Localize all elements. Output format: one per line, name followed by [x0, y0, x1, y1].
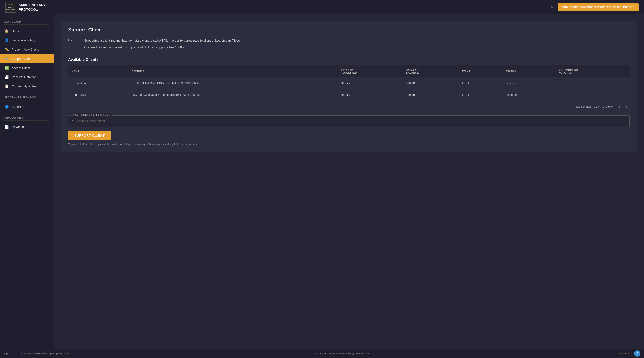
pencil-icon: ✏️ [4, 47, 9, 52]
address-input[interactable] [76, 119, 626, 123]
fab-button[interactable]: f [634, 350, 640, 357]
sidebar-item-request-datacap[interactable]: 💾 Request DataCap [0, 72, 54, 82]
col-supporting-notaries: # SUPPORTINGNOTARIES [555, 66, 630, 77]
cell-notaries-0: 2 [555, 77, 630, 89]
cell-stake-1: 1 TFIL [458, 89, 502, 100]
logo-area: SMART NOTARY PROTOCOL SMART NOTARY PROTO… [5, 2, 46, 13]
sidebar-item-support-client[interactable]: 🔧 Support Client [0, 54, 54, 63]
github-link[interactable]: Github Repo [618, 352, 632, 355]
cell-address-1: 0xC8F88030cc373F5C8ff3c10b1E8641A71E2853… [128, 89, 337, 100]
next-page-button[interactable]: › [624, 104, 630, 110]
sidebar-item-accept-client[interactable]: ✅ Accept Client [0, 63, 54, 72]
address-field-label: Filecoin address (starting with 0x...) [71, 113, 112, 116]
col-name: NAME [68, 66, 128, 77]
table-footer: Rows per page: 10 ▾ 0–0 of 0 ‹ › [68, 100, 630, 112]
sidebar-section-sponsors: SPACE WARP SPONSORS [0, 94, 54, 100]
main-content: Support Client Info Supporting a client … [54, 14, 644, 358]
sidebar-item-become-notary[interactable]: 👤 Become a notary [0, 36, 54, 45]
cell-name-1: Padel Data [68, 89, 128, 100]
spheron-icon: 🔷 [4, 105, 9, 109]
checkmark-icon: ✅ [4, 66, 9, 70]
cell-datacap-req-1: 100TiB [337, 89, 402, 100]
rows-per-page-control: Rows per page: 10 ▾ [574, 105, 599, 108]
support-client-button[interactable]: SUPPORT CLIENT [68, 130, 111, 140]
home-icon: 🏠 [4, 29, 9, 33]
support-note: You need to have TFIl in your wallet and… [68, 143, 630, 146]
sidebar-divider-1 [4, 25, 49, 25]
wallet-address-button[interactable]: 0X67E2DC0D05B00B88770273F69561C908E8D0ED… [558, 3, 639, 11]
cell-name-0: Pizza Data [68, 77, 128, 89]
clients-table: NAME ADDRESS DATACAPREQUESTED DATACAPBAL… [68, 66, 630, 100]
pagination-info: 0–0 of 0 [603, 105, 613, 108]
col-stake: STAKE [458, 66, 502, 77]
cell-stake-0: 1 TFIL [458, 77, 502, 89]
cell-status-0: accepted [502, 77, 555, 89]
sidebar-section-dashboard: DASHBOARD [0, 19, 54, 25]
disk-icon: 💾 [4, 75, 9, 79]
clipboard-icon: 📋 [4, 84, 9, 88]
main-layout: DASHBOARD 🏠 Home 👤 Become a notary ✏️ Pr… [0, 14, 644, 358]
sidebar-item-spheron[interactable]: 🔷 Spheron [0, 102, 54, 111]
cell-notaries-1: 3 [555, 89, 630, 100]
prev-page-button[interactable]: ‹ [616, 104, 622, 110]
sidebar-item-present-client[interactable]: ✏️ Present New Client [0, 45, 54, 54]
sidebar-item-community-rules[interactable]: 📋 Community Rules [0, 82, 54, 91]
chevron-down-icon: ▾ [598, 105, 600, 108]
logo-box: SMART NOTARY PROTOCOL [5, 2, 16, 13]
col-status: STATUS [502, 66, 555, 77]
sidebar-item-readme[interactable]: 📄 README [0, 122, 54, 132]
sidebar-item-home[interactable]: 🏠 Home [0, 27, 54, 36]
topbar: SMART NOTARY PROTOCOL SMART NOTARY PROTO… [0, 0, 644, 14]
sidebar-section-project: PROJECT INFO [0, 115, 54, 120]
bottom-bar: https://fvm-smart-notary-3e0e1b.spheron.… [0, 349, 644, 358]
info-text: Supporting a client means that the notar… [84, 38, 242, 50]
rows-per-page-select[interactable]: 10 ▾ [594, 105, 599, 108]
app-title: SMART NOTARY PROTOCOL [19, 3, 46, 12]
page-title: Support Client [68, 27, 630, 33]
info-section: Info Supporting a client means that the … [68, 38, 630, 51]
sidebar: DASHBOARD 🏠 Home 👤 Become a notary ✏️ Pr… [0, 14, 54, 358]
theme-toggle-icon[interactable]: ☀ [550, 5, 554, 10]
col-address: ADDRESS [128, 66, 337, 77]
cell-datacap-bal-0: 300TiB [402, 77, 458, 89]
document-icon: 📄 [4, 125, 9, 129]
pagination-arrows: ‹ › [616, 104, 630, 110]
cell-status-1: accepted [502, 89, 555, 100]
sidebar-divider-2 [4, 100, 49, 100]
table-row[interactable]: Pizza Data 0x6ffEb3E62FBAeeBff45bc8B3bD8… [68, 77, 630, 89]
col-datacap-balance: DATACAPBALANCE [402, 66, 458, 77]
cell-address-0: 0x6ffEb3E62FBAeeBff45bc8B3bD817C88915896… [128, 77, 337, 89]
topbar-right: ☀ 0X67E2DC0D05B00B88770273F69561C908E8D0… [550, 3, 639, 11]
table-header-row: NAME ADDRESS DATACAPREQUESTED DATACAPBAL… [68, 66, 630, 77]
available-clients-title: Available Clients [68, 57, 630, 62]
table-row[interactable]: Padel Data 0xC8F88030cc373F5C8ff3c10b1E8… [68, 89, 630, 100]
bottom-right: Github Repo f [618, 350, 640, 357]
cell-datacap-req-0: 100TiB [337, 77, 402, 89]
bottom-center-text: lade for Space Warp Hackathon by Fabrizi… [316, 352, 372, 355]
person-icon: 👤 [4, 38, 9, 42]
sidebar-divider-3 [4, 120, 49, 121]
info-label: Info [68, 38, 77, 50]
bottom-url: https://fvm-smart-notary-3e0e1b.spheron.… [4, 352, 69, 355]
cell-datacap-bal-1: 200TiB [402, 89, 458, 100]
address-input-wrapper: Filecoin address (starting with 0x...) Ṡ [68, 115, 630, 127]
page-card: Support Client Info Supporting a client … [61, 21, 637, 152]
address-section: Filecoin address (starting with 0x...) Ṡ [68, 115, 630, 127]
col-datacap-requested: DATACAPREQUESTED [337, 66, 402, 77]
filecoin-icon: Ṡ [72, 119, 74, 124]
wrench-icon: 🔧 [4, 57, 9, 61]
